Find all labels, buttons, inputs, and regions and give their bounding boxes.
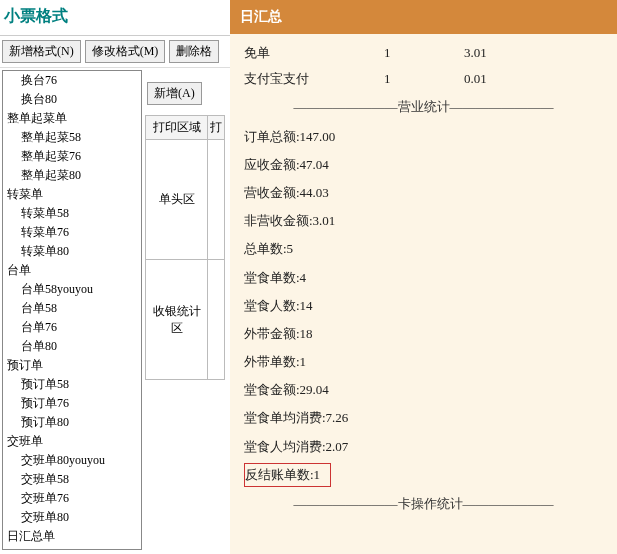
page-title: 小票格式 xyxy=(0,0,230,36)
section-divider-1: ――――――――营业统计―――――――― xyxy=(244,92,603,122)
add-section-button[interactable]: 新增(A) xyxy=(147,82,202,105)
tree-item[interactable]: 日汇总单80you xyxy=(3,546,141,550)
report-stat-line: 总单数:5 xyxy=(244,235,603,263)
highlight-refund-count: 反结账单数:1 xyxy=(244,463,331,487)
report-stat-line: 堂食单数:4 xyxy=(244,264,603,292)
report-stat-line: 堂食金额:29.04 xyxy=(244,376,603,404)
format-tree[interactable]: 换台76换台80整单起菜单整单起菜58整单起菜76整单起菜80转菜单转菜单58转… xyxy=(2,70,142,550)
tree-item[interactable]: 预订单80 xyxy=(3,413,141,432)
tree-group[interactable]: 预订单 xyxy=(3,356,141,375)
tree-item[interactable]: 整单起菜58 xyxy=(3,128,141,147)
area-cashier-cell[interactable]: 收银统计区 xyxy=(146,260,208,380)
delete-format-button[interactable]: 删除格 xyxy=(169,40,219,63)
tree-item[interactable]: 转菜单80 xyxy=(3,242,141,261)
tree-item[interactable]: 交班单58 xyxy=(3,470,141,489)
report-payment-row: 免单13.01 xyxy=(244,40,603,66)
tree-item[interactable]: 台单58youyou xyxy=(3,280,141,299)
report-payment-row: 支付宝支付10.01 xyxy=(244,66,603,92)
preview-panel: 日汇总 免单13.01支付宝支付10.01 ――――――――营业统计――――――… xyxy=(230,0,617,554)
tree-group[interactable]: 转菜单 xyxy=(3,185,141,204)
tree-group[interactable]: 交班单 xyxy=(3,432,141,451)
area-header-cell[interactable]: 单头区 xyxy=(146,140,208,260)
section-divider-2: ――――――――卡操作统计――――――― xyxy=(244,489,603,519)
add-format-button[interactable]: 新增格式(N) xyxy=(2,40,81,63)
tree-item[interactable]: 整单起菜76 xyxy=(3,147,141,166)
tree-item[interactable]: 交班单76 xyxy=(3,489,141,508)
report-title: 日汇总 xyxy=(230,0,617,34)
area-blank[interactable] xyxy=(208,140,225,260)
tree-item[interactable]: 台单58 xyxy=(3,299,141,318)
report-stat-line: 订单总额:147.00 xyxy=(244,123,603,151)
tree-item[interactable]: 台单80 xyxy=(3,337,141,356)
report-stat-line: 堂食单均消费:7.26 xyxy=(244,404,603,432)
col-print-area: 打印区域 xyxy=(146,116,208,140)
report-stat-line: 营收金额:44.03 xyxy=(244,179,603,207)
tree-item[interactable]: 交班单80youyou xyxy=(3,451,141,470)
tree-item[interactable]: 预订单76 xyxy=(3,394,141,413)
format-toolbar: 新增格式(N) 修改格式(M) 删除格 xyxy=(0,36,230,68)
tree-item[interactable]: 转菜单76 xyxy=(3,223,141,242)
tree-item[interactable]: 转菜单58 xyxy=(3,204,141,223)
tree-item[interactable]: 整单起菜80 xyxy=(3,166,141,185)
section-toolbar: 新增(A) xyxy=(145,80,230,107)
tree-item[interactable]: 换台76 xyxy=(3,71,141,90)
tree-item[interactable]: 预订单58 xyxy=(3,375,141,394)
tree-item[interactable]: 换台80 xyxy=(3,90,141,109)
edit-format-button[interactable]: 修改格式(M) xyxy=(85,40,166,63)
tree-group[interactable]: 日汇总单 xyxy=(3,527,141,546)
print-area-table: 打印区域 打 单头区 收银统计区 xyxy=(145,115,225,380)
tree-group[interactable]: 整单起菜单 xyxy=(3,109,141,128)
report-stat-line: 非营收金额:3.01 xyxy=(244,207,603,235)
tree-item[interactable]: 交班单80 xyxy=(3,508,141,527)
report-stat-line: 应收金额:47.04 xyxy=(244,151,603,179)
tree-item[interactable]: 台单76 xyxy=(3,318,141,337)
report-stat-line: 堂食人均消费:2.07 xyxy=(244,433,603,461)
report-stat-line: 外带金额:18 xyxy=(244,320,603,348)
report-stat-line: 堂食人数:14 xyxy=(244,292,603,320)
report-stat-line: 外带单数:1 xyxy=(244,348,603,376)
area-blank[interactable] xyxy=(208,260,225,380)
col-print: 打 xyxy=(208,116,225,140)
tree-group[interactable]: 台单 xyxy=(3,261,141,280)
